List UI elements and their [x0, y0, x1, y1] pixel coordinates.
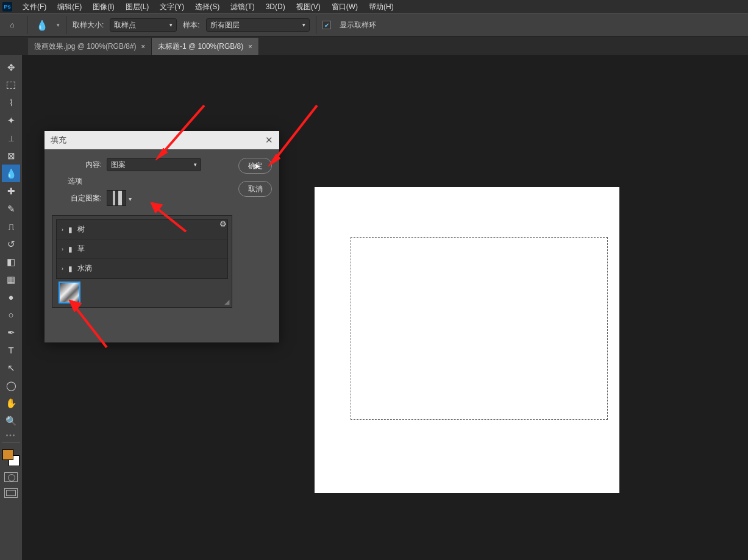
divider: [27, 16, 27, 34]
divider: [316, 16, 316, 34]
foreground-color[interactable]: [2, 449, 13, 460]
hand-tool[interactable]: ✋: [2, 394, 20, 412]
document-tab-bar: 漫画效果.jpg @ 100%(RGB/8#) × 未标题-1 @ 100%(R…: [0, 37, 748, 55]
clone-stamp-tool[interactable]: ⎍: [2, 218, 20, 235]
chevron-right-icon: ›: [62, 246, 63, 252]
folder-label: 树: [77, 224, 85, 235]
dodge-tool[interactable]: ○: [2, 306, 20, 324]
pattern-folder[interactable]: › ▮ 树: [57, 220, 227, 239]
document-tab[interactable]: 未标题-1 @ 100%(RGB/8) ×: [152, 38, 259, 55]
crop-tool[interactable]: ⟂: [2, 129, 20, 147]
divider: [66, 16, 66, 34]
content-label: 内容:: [52, 160, 107, 170]
quick-mask-icon[interactable]: [4, 472, 18, 482]
cancel-button-label: 取消: [248, 184, 263, 194]
sample-value: 所有图层: [210, 20, 240, 30]
folder-label: 草: [77, 244, 85, 254]
options-bar: ⌂ 💧 ▾ 取样大小: 取样点 ▾ 样本: 所有图层 ▾ ✔ 显示取样环: [0, 13, 748, 37]
blur-tool[interactable]: ●: [2, 288, 20, 306]
menu-image[interactable]: 图像(I): [87, 2, 119, 12]
lasso-tool[interactable]: ⌇: [2, 94, 20, 112]
toolbar-more-dots[interactable]: •••: [6, 432, 16, 439]
chevron-down-icon[interactable]: ▾: [57, 22, 60, 28]
folder-label: 水滴: [77, 263, 92, 274]
color-swatch[interactable]: [2, 449, 20, 466]
chevron-down-icon: ▾: [129, 196, 132, 202]
chevron-right-icon: ›: [62, 227, 63, 233]
home-button[interactable]: ⌂: [4, 16, 21, 34]
document-canvas[interactable]: [315, 187, 619, 493]
menu-bar: Ps 文件(F) 编辑(E) 图像(I) 图层(L) 文字(Y) 选择(S) 滤…: [0, 0, 748, 13]
resize-grip-icon[interactable]: ◢: [224, 298, 229, 306]
menu-help[interactable]: 帮助(H): [363, 2, 399, 12]
selected-pattern-thumbnail[interactable]: [59, 282, 80, 303]
chevron-down-icon: ▾: [302, 22, 305, 28]
zoom-tool[interactable]: 🔍: [2, 412, 20, 430]
eyedropper-tool[interactable]: 💧: [2, 165, 20, 182]
folder-icon: ▮: [68, 225, 73, 234]
menu-edit[interactable]: 编辑(E): [52, 2, 87, 12]
dialog-close-icon[interactable]: ✕: [265, 135, 273, 146]
menu-view[interactable]: 视图(V): [291, 2, 326, 12]
gear-icon[interactable]: ⚙: [219, 219, 227, 229]
sample-size-value: 取样点: [114, 20, 136, 30]
menu-3d[interactable]: 3D(D): [260, 2, 291, 11]
history-brush-tool[interactable]: ↺: [2, 235, 20, 253]
menu-type[interactable]: 文字(Y): [154, 2, 190, 12]
pattern-folder[interactable]: › ▮ 水滴: [57, 259, 227, 278]
content-select-value: 图案: [111, 160, 126, 170]
app-logo: Ps: [2, 2, 12, 12]
move-tool[interactable]: ✥: [2, 58, 20, 76]
screen-mode-icon[interactable]: [4, 488, 18, 498]
pattern-dropdown-panel: ⚙ › ▮ 树 › ▮ 草 › ▮ 水滴 ◢: [52, 215, 232, 308]
chevron-down-icon: ▾: [194, 161, 197, 168]
sample-size-select[interactable]: 取样点 ▾: [110, 18, 177, 32]
healing-brush-tool[interactable]: ✚: [2, 182, 20, 200]
gradient-tool[interactable]: ▦: [2, 271, 20, 288]
tools-panel: ✥ ⌇ ✦ ⟂ ⊠ 💧 ✚ ✎ ⎍ ↺ ◧ ▦ ● ○ ✒ T ↖ ◯ ✋ 🔍 …: [0, 55, 22, 560]
dialog-title: 填充: [51, 135, 66, 146]
toolbar-separator: [2, 442, 20, 447]
cancel-button[interactable]: 取消: [238, 181, 272, 197]
document-tab[interactable]: 漫画效果.jpg @ 100%(RGB/8#) ×: [28, 38, 152, 55]
pattern-folder[interactable]: › ▮ 草: [57, 239, 227, 259]
menu-window[interactable]: 窗口(W): [326, 2, 363, 12]
tab-label: 漫画效果.jpg @ 100%(RGB/8#): [34, 41, 137, 52]
frame-tool[interactable]: ⊠: [2, 147, 20, 165]
marquee-tool[interactable]: [2, 76, 20, 94]
menu-layer[interactable]: 图层(L): [120, 2, 155, 12]
sample-size-label: 取样大小:: [73, 20, 104, 30]
wand-tool[interactable]: ✦: [2, 112, 20, 129]
path-selection-tool[interactable]: ↖: [2, 359, 20, 377]
type-tool[interactable]: T: [2, 341, 20, 359]
show-ring-checkbox[interactable]: ✔: [322, 21, 331, 29]
menu-filter[interactable]: 滤镜(T): [225, 2, 260, 12]
ok-button[interactable]: 确定 ➤: [238, 158, 272, 174]
content-select[interactable]: 图案 ▾: [107, 158, 201, 171]
home-icon: ⌂: [10, 21, 14, 29]
tab-close-icon[interactable]: ×: [248, 43, 252, 50]
eyedropper-tool-icon[interactable]: 💧: [34, 19, 51, 31]
menu-select[interactable]: 选择(S): [190, 2, 225, 12]
menu-file[interactable]: 文件(F): [17, 2, 52, 12]
tab-label: 未标题-1 @ 100%(RGB/8): [158, 41, 243, 52]
tab-close-icon[interactable]: ×: [141, 43, 145, 50]
show-ring-label: 显示取样环: [340, 20, 376, 30]
pen-tool[interactable]: ✒: [2, 324, 20, 341]
sample-select[interactable]: 所有图层 ▾: [206, 18, 310, 32]
custom-pattern-label: 自定图案:: [52, 193, 107, 204]
chevron-down-icon: ▾: [169, 22, 173, 28]
dialog-titlebar[interactable]: 填充 ✕: [45, 131, 279, 149]
pattern-folder-list: › ▮ 树 › ▮ 草 › ▮ 水滴: [56, 219, 228, 279]
custom-pattern-picker[interactable]: ▾: [107, 190, 126, 206]
shape-tool[interactable]: ◯: [2, 377, 20, 394]
eraser-tool[interactable]: ◧: [2, 253, 20, 271]
sample-label: 样本:: [183, 20, 199, 30]
brush-tool[interactable]: ✎: [2, 200, 20, 218]
folder-icon: ▮: [68, 245, 73, 253]
folder-icon: ▮: [68, 264, 73, 273]
chevron-right-icon: ›: [62, 266, 63, 272]
marquee-selection: [351, 237, 608, 420]
mouse-cursor-icon: ➤: [254, 161, 260, 171]
